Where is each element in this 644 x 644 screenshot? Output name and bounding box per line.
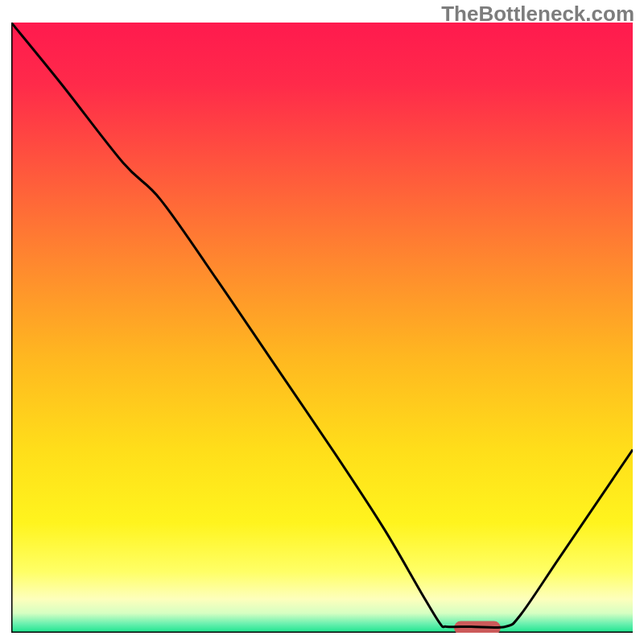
plot-area: [11, 23, 633, 633]
gradient-background: [11, 23, 633, 633]
chart-svg: [11, 23, 633, 633]
chart-container: TheBottleneck.com: [0, 0, 644, 644]
